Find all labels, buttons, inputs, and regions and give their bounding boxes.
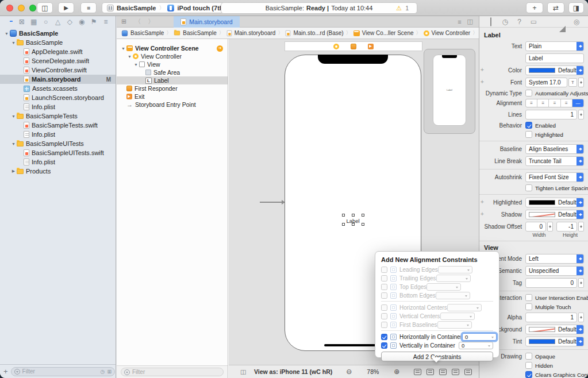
add-attribute-icon[interactable]: + [481, 67, 484, 73]
breadcrumb[interactable]: BasicSample [121, 30, 164, 37]
first-responder-icon[interactable] [351, 44, 356, 49]
alpha-field[interactable]: 1 [525, 313, 577, 322]
font-size-stepper[interactable] [578, 78, 584, 87]
lines-field[interactable]: 1 [525, 110, 577, 119]
tree-row-file[interactable]: Info.plist [0, 130, 116, 139]
shadow-color-popup[interactable]: Default [525, 210, 584, 219]
align-constraints-icon[interactable] [426, 369, 434, 375]
alpha-stepper[interactable] [578, 313, 584, 322]
outline-filter-field[interactable] [121, 368, 224, 376]
run-button[interactable]: ▶ [58, 2, 74, 13]
lines-stepper[interactable] [578, 110, 584, 119]
breadcrumb[interactable]: Main.sto...rd (Base) [285, 30, 343, 37]
tree-row-file[interactable]: LaunchScreen.storyboard [0, 93, 116, 102]
report-navigator-tab[interactable]: ≡ [101, 18, 110, 26]
horizontally-value-dropdown[interactable]: 0 [462, 333, 497, 341]
recent-files-icon[interactable]: ◷ [101, 369, 105, 375]
baselines-value-dropdown[interactable] [437, 321, 472, 329]
breadcrumb[interactable]: View Co...ller Scene [353, 30, 414, 36]
tag-field[interactable]: 0 [525, 278, 577, 288]
tree-row-file-selected[interactable]: Main.storyboardM [0, 75, 116, 84]
semantic-popup[interactable]: Unspecified [525, 266, 584, 276]
outline-row-first-responder[interactable]: First Responder [117, 84, 228, 92]
leading-edges-checkbox[interactable] [381, 267, 387, 273]
breakpoint-navigator-tab[interactable]: ⚑ [89, 18, 98, 26]
clears-graphics-checkbox[interactable] [525, 371, 532, 378]
minimize-window-button[interactable] [18, 5, 25, 11]
vertically-in-container-checkbox[interactable] [381, 342, 387, 349]
tree-row-group[interactable]: ▼BasicSampleUITests [0, 139, 116, 148]
file-inspector-tab[interactable] [486, 18, 495, 26]
toggle-navigator-button[interactable]: ◫ [37, 2, 53, 13]
tree-row-file[interactable]: Info.plist [0, 157, 116, 167]
opaque-checkbox[interactable] [525, 353, 532, 360]
navigator-filter-field[interactable]: ◷ ⊞ [11, 367, 115, 376]
add-attribute-icon[interactable]: + [481, 79, 484, 85]
forward-button[interactable]: 〉 [148, 17, 154, 26]
outline-row-safe-area[interactable]: Safe Area [117, 68, 228, 76]
first-baselines-checkbox[interactable] [381, 322, 387, 328]
highlighted-color-popup[interactable]: Default [525, 198, 584, 207]
tree-row-file[interactable]: SceneDelegate.swift [0, 56, 116, 65]
tag-stepper[interactable] [578, 278, 584, 288]
maximize-window-button[interactable] [29, 5, 36, 11]
text-style-popup[interactable]: Plain [525, 41, 584, 51]
align-left-segment[interactable]: ≡ [526, 99, 537, 107]
breadcrumb[interactable]: BasicSample [174, 30, 216, 36]
resize-handle[interactable] [352, 214, 355, 217]
source-control-tab[interactable]: ⊠ [17, 18, 26, 26]
bottom-value-dropdown[interactable] [436, 292, 470, 299]
identity-inspector-tab[interactable]: ▭ [529, 18, 538, 26]
stop-button[interactable]: ■ [80, 2, 97, 13]
resize-handle[interactable] [342, 214, 345, 217]
bottom-edges-checkbox[interactable] [381, 292, 387, 299]
hcenters-value-dropdown[interactable] [447, 304, 482, 311]
horizontally-in-container-checkbox[interactable] [381, 334, 387, 340]
symbol-navigator-tab[interactable]: ▦ [29, 18, 39, 26]
outline-row-exit[interactable]: Exit [117, 92, 228, 101]
vertically-value-dropdown[interactable]: 0 [459, 342, 493, 349]
editor-tab-main-storyboard[interactable]: Main.storyboard [174, 16, 239, 28]
editor-options-icon[interactable]: ≡ [458, 18, 461, 25]
warning-icon[interactable]: ⚠ [396, 5, 402, 12]
outline-row-view-controller[interactable]: ▼View Controller [117, 52, 228, 60]
zoom-out-icon[interactable]: ⊖ [346, 368, 352, 376]
align-right-segment[interactable]: ≡ [549, 99, 560, 107]
editor-mode-button[interactable]: ⇄ [547, 2, 564, 13]
view-controller-icon[interactable] [333, 44, 339, 49]
user-interaction-checkbox[interactable] [525, 294, 532, 301]
enabled-checkbox[interactable] [525, 122, 532, 129]
back-button[interactable]: 〈 [134, 17, 141, 26]
shadow-offset-height-field[interactable]: -1 [556, 222, 577, 232]
resize-handle[interactable] [352, 223, 355, 226]
warning-count[interactable]: 1 [405, 5, 409, 11]
add-attribute-icon[interactable]: + [481, 199, 484, 205]
connections-inspector-tab[interactable]: ◎ [572, 18, 581, 26]
leading-value-dropdown[interactable] [438, 266, 472, 273]
trailing-value-dropdown[interactable] [436, 275, 471, 282]
disclosure-triangle[interactable]: ▼ [10, 142, 17, 146]
dynamic-type-checkbox[interactable] [525, 90, 532, 97]
shadow-offset-width-field[interactable]: 0 [525, 222, 546, 232]
tree-row-file[interactable]: BasicSampleUITests.swift [0, 148, 116, 157]
update-frames-icon[interactable] [414, 369, 421, 375]
tree-row-file[interactable]: ViewController.swift [0, 65, 116, 75]
find-navigator-tab[interactable]: ○ [41, 18, 51, 26]
resize-handle[interactable] [362, 223, 364, 226]
linebreak-popup[interactable]: Truncate Tail [525, 156, 584, 166]
add-attribute-icon[interactable]: + [481, 211, 484, 217]
align-natural-segment[interactable]: — [572, 99, 583, 107]
scm-status-icon[interactable]: ⊞ [107, 369, 112, 375]
background-popup[interactable]: Default [525, 325, 584, 334]
tree-row-project[interactable]: ▼BasicSample [0, 29, 116, 38]
align-justify-segment[interactable]: ≡ [561, 99, 572, 107]
filter-input[interactable] [22, 368, 98, 375]
tree-row-group[interactable]: ▼BasicSampleTests [0, 111, 116, 121]
zoom-level[interactable]: 78% [367, 368, 379, 375]
highlighted-checkbox[interactable] [525, 131, 532, 138]
hidden-checkbox[interactable] [525, 362, 532, 369]
resolve-autolayout-icon[interactable] [452, 369, 459, 375]
horizontal-centers-checkbox[interactable] [381, 304, 387, 311]
tighten-spacing-checkbox[interactable] [525, 184, 532, 191]
zoom-in-icon[interactable]: ⊕ [394, 368, 399, 376]
